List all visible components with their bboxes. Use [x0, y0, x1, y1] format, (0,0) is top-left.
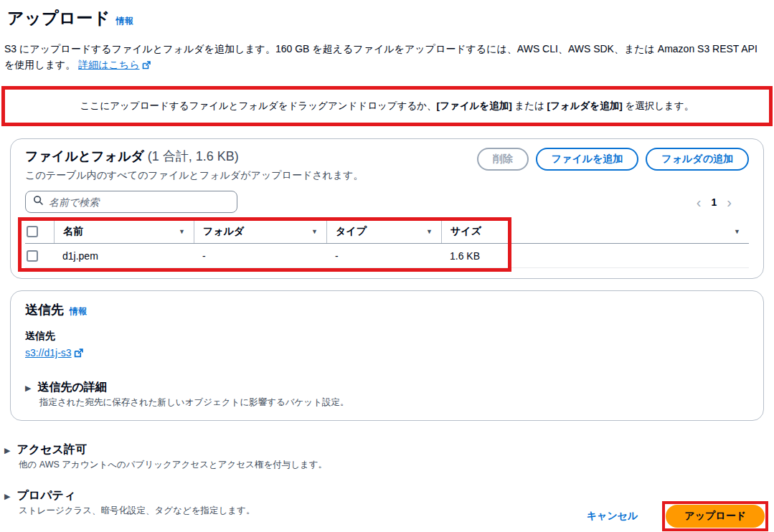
external-link-icon	[74, 348, 83, 360]
cell-name: d1j.pem	[54, 244, 194, 267]
cell-size: 1.6 KB	[441, 244, 749, 267]
add-folder-button[interactable]: フォルダの追加	[646, 148, 749, 171]
destination-card-title: 送信先	[25, 301, 64, 318]
filter-icon-type[interactable]: ▼	[426, 228, 433, 235]
search-box[interactable]	[25, 191, 237, 213]
cell-folder: -	[194, 244, 326, 267]
page-header: アップロード 情報	[7, 7, 764, 29]
next-page-button[interactable]: ›	[727, 195, 732, 209]
select-all-checkbox[interactable]	[27, 226, 38, 237]
files-table: 名前 ▼ フォルダ ▼ タイプ ▼ サイズ ▼	[25, 220, 749, 268]
upload-annotation-box: アップロード	[662, 501, 768, 531]
table-header-row: 名前 ▼ フォルダ ▼ タイプ ▼ サイズ ▼	[25, 220, 749, 244]
destination-details-title: 送信先の詳細	[37, 380, 106, 395]
page-description: S3 にアップロードするファイルとフォルダを追加します。160 GB を超えるフ…	[4, 41, 765, 74]
upload-button[interactable]: アップロード	[666, 505, 765, 528]
dropzone-text-2: または	[512, 100, 547, 111]
page-title: アップロード	[7, 7, 110, 29]
footer-actions: キャンセル アップロード	[587, 501, 768, 531]
column-label-size: サイズ	[450, 225, 481, 238]
dropzone-add-folder-ref: [フォルダを追加]	[547, 100, 623, 111]
filter-icon-name[interactable]: ▼	[179, 228, 185, 235]
search-input[interactable]	[49, 196, 230, 208]
caret-right-icon: ▶	[25, 384, 31, 393]
caret-right-icon: ▶	[4, 492, 10, 501]
destination-bucket-link[interactable]: s3://d1j-s3	[25, 347, 72, 358]
permissions-title: アクセス許可	[16, 442, 87, 457]
row-checkbox-cell	[25, 244, 54, 267]
table-toolbar: ‹ 1 ›	[25, 191, 749, 213]
dropzone-text-1: ここにアップロードするファイルとフォルダをドラッグアンドドロップするか、	[80, 100, 437, 111]
destination-card: 送信先 情報 送信先 s3://d1j-s3 ▶ 送信先の詳細 指定された宛先に…	[10, 290, 764, 421]
table-row: d1j.pem - - 1.6 KB	[25, 244, 749, 268]
files-and-folders-card: ファイルとフォルダ (1 合計, 1.6 KB) このテーブル内のすべてのファイ…	[10, 138, 764, 279]
column-header-folder[interactable]: フォルダ ▼	[194, 220, 326, 243]
page-info-link[interactable]: 情報	[116, 15, 133, 27]
add-files-button[interactable]: ファイルを追加	[536, 148, 639, 171]
file-dropzone[interactable]: ここにアップロードするファイルとフォルダをドラッグアンドドロップするか、[ファイ…	[1, 86, 773, 126]
external-link-icon	[142, 58, 151, 74]
header-checkbox-cell	[25, 220, 54, 243]
cell-type: -	[326, 244, 441, 267]
files-card-title-row: ファイルとフォルダ (1 合計, 1.6 KB)	[25, 148, 364, 165]
column-header-name[interactable]: 名前 ▼	[54, 220, 194, 243]
row-checkbox[interactable]	[27, 250, 38, 262]
column-header-size[interactable]: サイズ ▼	[441, 220, 749, 243]
search-icon	[33, 195, 44, 209]
permissions-expandable[interactable]: ▶ アクセス許可	[4, 442, 774, 457]
files-card-actions: 削除 ファイルを追加 フォルダの追加	[477, 148, 749, 171]
cancel-button[interactable]: キャンセル	[587, 510, 638, 523]
current-page-number[interactable]: 1	[712, 196, 717, 208]
files-card-subtitle: このテーブル内のすべてのファイルとフォルダがアップロードされます。	[25, 169, 364, 182]
destination-details-description: 指定された宛先に保存された新しいオブジェクトに影響するバケット設定。	[39, 396, 749, 409]
dropzone-text: ここにアップロードするファイルとフォルダをドラッグアンドドロップするか、[ファイ…	[80, 100, 694, 113]
upload-page: アップロード 情報 S3 にアップロードするファイルとフォルダを追加します。16…	[0, 0, 774, 532]
delete-button[interactable]: 削除	[477, 148, 529, 171]
permissions-section: ▶ アクセス許可 他の AWS アカウントへのパブリックアクセスとアクセス権を付…	[4, 442, 774, 471]
filter-icon-folder[interactable]: ▼	[311, 228, 318, 235]
column-label-folder: フォルダ	[203, 225, 244, 238]
destination-details-expandable[interactable]: ▶ 送信先の詳細	[25, 380, 749, 395]
properties-title: プロパティ	[16, 488, 75, 503]
pagination: ‹ 1 ›	[697, 195, 732, 209]
dropzone-text-3: を選択します。	[623, 100, 694, 111]
files-card-counter: (1 合計, 1.6 KB)	[148, 149, 239, 163]
files-card-title: ファイルとフォルダ	[25, 149, 144, 163]
filter-icon-size[interactable]: ▼	[734, 228, 740, 235]
dropzone-add-files-ref: [ファイルを追加]	[437, 100, 512, 111]
column-label-name: 名前	[63, 225, 83, 238]
previous-page-button[interactable]: ‹	[697, 195, 702, 209]
learn-more-link[interactable]: 詳細はこちら	[78, 59, 139, 70]
destination-info-link[interactable]: 情報	[70, 305, 87, 318]
destination-field-label: 送信先	[25, 330, 749, 343]
column-label-type: タイプ	[336, 225, 367, 238]
permissions-description: 他の AWS アカウントへのパブリックアクセスとアクセス権を付与します。	[19, 459, 774, 471]
column-header-type[interactable]: タイプ ▼	[326, 220, 441, 243]
caret-right-icon: ▶	[4, 446, 10, 455]
